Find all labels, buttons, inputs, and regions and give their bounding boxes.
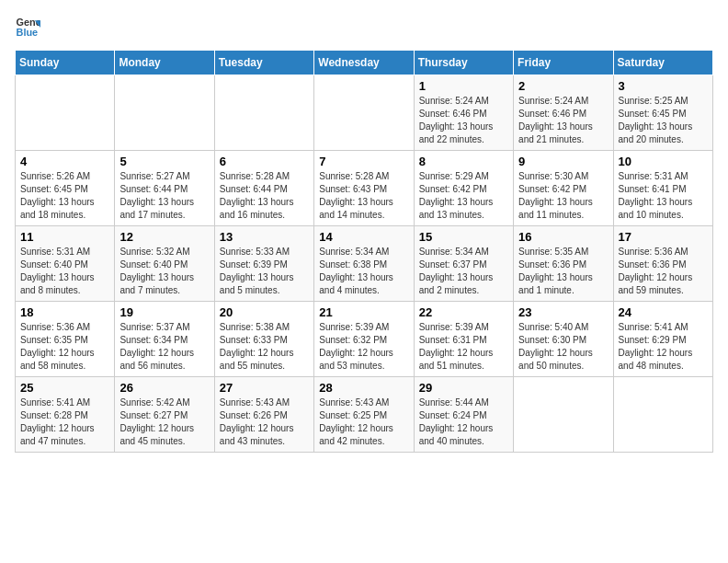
- day-number: 13: [220, 230, 309, 244]
- day-number: 24: [619, 305, 708, 319]
- calendar-cell: [16, 75, 115, 151]
- calendar-cell: 15Sunrise: 5:34 AM Sunset: 6:37 PM Dayli…: [414, 226, 513, 302]
- column-header-friday: Friday: [514, 51, 613, 75]
- logo-icon: General Blue: [15, 15, 40, 40]
- column-header-monday: Monday: [115, 51, 214, 75]
- calendar-cell: 11Sunrise: 5:31 AM Sunset: 6:40 PM Dayli…: [16, 226, 115, 302]
- day-info: Sunrise: 5:32 AM Sunset: 6:40 PM Dayligh…: [119, 246, 209, 297]
- day-number: 10: [619, 155, 708, 168]
- calendar-cell: 10Sunrise: 5:31 AM Sunset: 6:41 PM Dayli…: [613, 151, 712, 226]
- calendar-cell: 9Sunrise: 5:30 AM Sunset: 6:42 PM Daylig…: [514, 151, 613, 226]
- calendar-cell: 16Sunrise: 5:35 AM Sunset: 6:36 PM Dayli…: [514, 226, 613, 302]
- day-info: Sunrise: 5:35 AM Sunset: 6:36 PM Dayligh…: [518, 246, 608, 297]
- day-number: 3: [619, 79, 708, 93]
- calendar-cell: 27Sunrise: 5:43 AM Sunset: 6:26 PM Dayli…: [214, 377, 313, 453]
- day-info: Sunrise: 5:41 AM Sunset: 6:28 PM Dayligh…: [20, 396, 109, 448]
- calendar-cell: 8Sunrise: 5:29 AM Sunset: 6:42 PM Daylig…: [414, 151, 513, 226]
- day-number: 28: [319, 381, 408, 395]
- day-info: Sunrise: 5:34 AM Sunset: 6:37 PM Dayligh…: [419, 246, 508, 297]
- day-number: 22: [419, 305, 508, 319]
- day-info: Sunrise: 5:39 AM Sunset: 6:31 PM Dayligh…: [419, 321, 508, 373]
- day-info: Sunrise: 5:34 AM Sunset: 6:38 PM Dayligh…: [319, 246, 408, 297]
- day-number: 26: [119, 381, 209, 395]
- day-info: Sunrise: 5:43 AM Sunset: 6:26 PM Dayligh…: [220, 396, 309, 448]
- day-number: 15: [419, 230, 508, 244]
- day-info: Sunrise: 5:38 AM Sunset: 6:33 PM Dayligh…: [220, 321, 309, 373]
- day-number: 16: [518, 230, 608, 244]
- day-info: Sunrise: 5:31 AM Sunset: 6:41 PM Dayligh…: [619, 170, 708, 222]
- calendar-cell: 12Sunrise: 5:32 AM Sunset: 6:40 PM Dayli…: [115, 226, 214, 302]
- calendar-table: SundayMondayTuesdayWednesdayThursdayFrid…: [15, 50, 713, 453]
- day-number: 29: [419, 381, 508, 395]
- day-number: 25: [20, 381, 109, 395]
- day-info: Sunrise: 5:26 AM Sunset: 6:45 PM Dayligh…: [20, 170, 109, 222]
- day-number: 12: [119, 230, 209, 244]
- column-header-sunday: Sunday: [16, 51, 115, 75]
- column-header-thursday: Thursday: [414, 51, 513, 75]
- day-info: Sunrise: 5:33 AM Sunset: 6:39 PM Dayligh…: [220, 246, 309, 297]
- day-info: Sunrise: 5:40 AM Sunset: 6:30 PM Dayligh…: [518, 321, 608, 373]
- day-number: 9: [518, 155, 608, 168]
- calendar-cell: 13Sunrise: 5:33 AM Sunset: 6:39 PM Dayli…: [214, 226, 313, 302]
- day-number: 1: [419, 79, 508, 93]
- day-number: 19: [119, 305, 209, 319]
- column-header-tuesday: Tuesday: [214, 51, 313, 75]
- day-info: Sunrise: 5:36 AM Sunset: 6:35 PM Dayligh…: [20, 321, 109, 373]
- logo: General Blue: [15, 15, 44, 40]
- calendar-cell: 14Sunrise: 5:34 AM Sunset: 6:38 PM Dayli…: [314, 226, 414, 302]
- day-number: 7: [319, 155, 408, 168]
- calendar-cell: 5Sunrise: 5:27 AM Sunset: 6:44 PM Daylig…: [115, 151, 214, 226]
- calendar-cell: 23Sunrise: 5:40 AM Sunset: 6:30 PM Dayli…: [514, 302, 613, 377]
- calendar-cell: [613, 377, 712, 453]
- calendar-cell: 4Sunrise: 5:26 AM Sunset: 6:45 PM Daylig…: [16, 151, 115, 226]
- day-info: Sunrise: 5:36 AM Sunset: 6:36 PM Dayligh…: [619, 246, 708, 297]
- calendar-cell: [514, 377, 613, 453]
- calendar-cell: 7Sunrise: 5:28 AM Sunset: 6:43 PM Daylig…: [314, 151, 414, 226]
- day-number: 2: [518, 79, 608, 93]
- calendar-cell: 3Sunrise: 5:25 AM Sunset: 6:45 PM Daylig…: [613, 75, 712, 151]
- calendar-cell: 29Sunrise: 5:44 AM Sunset: 6:24 PM Dayli…: [414, 377, 513, 453]
- calendar-cell: 20Sunrise: 5:38 AM Sunset: 6:33 PM Dayli…: [214, 302, 313, 377]
- calendar-cell: [314, 75, 414, 151]
- day-number: 23: [518, 305, 608, 319]
- day-info: Sunrise: 5:27 AM Sunset: 6:44 PM Dayligh…: [119, 170, 209, 222]
- day-number: 8: [419, 155, 508, 168]
- day-info: Sunrise: 5:25 AM Sunset: 6:45 PM Dayligh…: [619, 95, 708, 146]
- day-info: Sunrise: 5:42 AM Sunset: 6:27 PM Dayligh…: [119, 396, 209, 448]
- svg-text:Blue: Blue: [17, 27, 39, 38]
- calendar-cell: 22Sunrise: 5:39 AM Sunset: 6:31 PM Dayli…: [414, 302, 513, 377]
- calendar-cell: 19Sunrise: 5:37 AM Sunset: 6:34 PM Dayli…: [115, 302, 214, 377]
- day-info: Sunrise: 5:24 AM Sunset: 6:46 PM Dayligh…: [518, 95, 608, 146]
- day-info: Sunrise: 5:37 AM Sunset: 6:34 PM Dayligh…: [119, 321, 209, 373]
- day-info: Sunrise: 5:43 AM Sunset: 6:25 PM Dayligh…: [319, 396, 408, 448]
- calendar-cell: 17Sunrise: 5:36 AM Sunset: 6:36 PM Dayli…: [613, 226, 712, 302]
- calendar-cell: [115, 75, 214, 151]
- day-number: 18: [20, 305, 109, 319]
- day-number: 6: [220, 155, 309, 168]
- day-info: Sunrise: 5:39 AM Sunset: 6:32 PM Dayligh…: [319, 321, 408, 373]
- calendar-cell: 1Sunrise: 5:24 AM Sunset: 6:46 PM Daylig…: [414, 75, 513, 151]
- calendar-cell: 28Sunrise: 5:43 AM Sunset: 6:25 PM Dayli…: [314, 377, 414, 453]
- calendar-cell: 24Sunrise: 5:41 AM Sunset: 6:29 PM Dayli…: [613, 302, 712, 377]
- day-info: Sunrise: 5:41 AM Sunset: 6:29 PM Dayligh…: [619, 321, 708, 373]
- day-info: Sunrise: 5:30 AM Sunset: 6:42 PM Dayligh…: [518, 170, 608, 222]
- day-info: Sunrise: 5:24 AM Sunset: 6:46 PM Dayligh…: [419, 95, 508, 146]
- day-number: 21: [319, 305, 408, 319]
- calendar-cell: 2Sunrise: 5:24 AM Sunset: 6:46 PM Daylig…: [514, 75, 613, 151]
- column-header-saturday: Saturday: [613, 51, 712, 75]
- day-info: Sunrise: 5:31 AM Sunset: 6:40 PM Dayligh…: [20, 246, 109, 297]
- day-info: Sunrise: 5:44 AM Sunset: 6:24 PM Dayligh…: [419, 396, 508, 448]
- calendar-cell: 18Sunrise: 5:36 AM Sunset: 6:35 PM Dayli…: [16, 302, 115, 377]
- day-number: 11: [20, 230, 109, 244]
- header: General Blue: [15, 15, 713, 40]
- day-info: Sunrise: 5:29 AM Sunset: 6:42 PM Dayligh…: [419, 170, 508, 222]
- calendar-cell: [214, 75, 313, 151]
- day-info: Sunrise: 5:28 AM Sunset: 6:44 PM Dayligh…: [220, 170, 309, 222]
- column-header-wednesday: Wednesday: [314, 51, 414, 75]
- calendar-cell: 25Sunrise: 5:41 AM Sunset: 6:28 PM Dayli…: [16, 377, 115, 453]
- calendar-cell: 26Sunrise: 5:42 AM Sunset: 6:27 PM Dayli…: [115, 377, 214, 453]
- calendar-cell: 6Sunrise: 5:28 AM Sunset: 6:44 PM Daylig…: [214, 151, 313, 226]
- day-number: 4: [20, 155, 109, 168]
- calendar-cell: 21Sunrise: 5:39 AM Sunset: 6:32 PM Dayli…: [314, 302, 414, 377]
- day-number: 5: [119, 155, 209, 168]
